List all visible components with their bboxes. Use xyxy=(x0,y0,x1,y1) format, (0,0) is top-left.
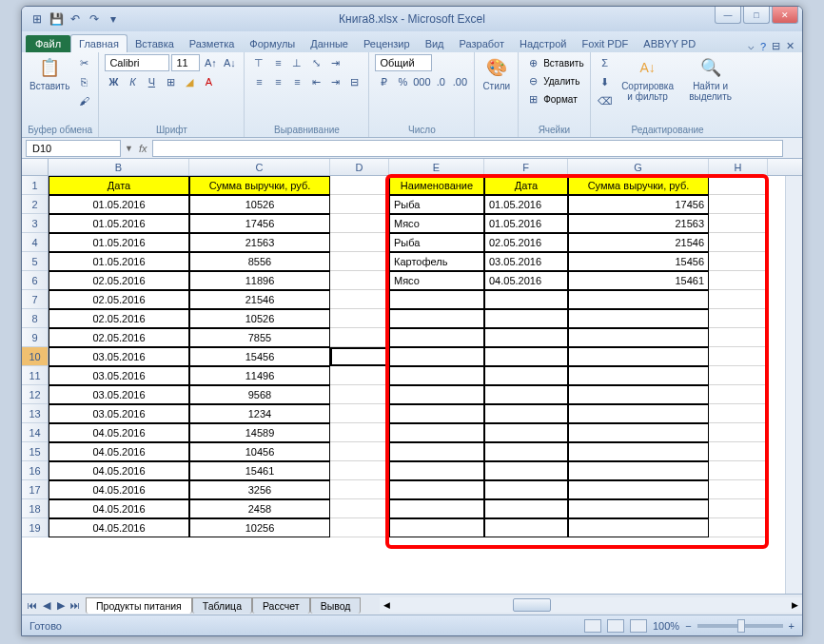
align-center-icon[interactable]: ≡ xyxy=(269,73,286,90)
tab-home[interactable]: Главная xyxy=(70,34,128,52)
sheet-tab-1[interactable]: Продукты питания xyxy=(86,597,192,614)
close-workbook-icon[interactable]: ✕ xyxy=(786,40,795,52)
cell-G9[interactable] xyxy=(568,328,709,347)
cell-G19[interactable] xyxy=(568,518,709,537)
cell-B14[interactable]: 04.05.2016 xyxy=(49,423,189,442)
cell-E18[interactable] xyxy=(389,499,484,518)
styles-button[interactable]: 🎨 Стили xyxy=(481,54,512,93)
cell-E4[interactable]: Рыба xyxy=(389,233,484,252)
scroll-right-icon[interactable]: ▶ xyxy=(788,600,802,610)
cell-B10[interactable]: 03.05.2016 xyxy=(49,347,189,366)
sheet-tab-2[interactable]: Таблица xyxy=(192,597,252,614)
cell-B1[interactable]: Дата xyxy=(49,176,189,195)
col-header-D[interactable]: D xyxy=(330,159,389,175)
align-middle-icon[interactable]: ≡ xyxy=(269,54,286,71)
cell-B19[interactable]: 04.05.2016 xyxy=(49,518,189,537)
scroll-left-icon[interactable]: ◀ xyxy=(380,600,394,610)
cell-B3[interactable]: 01.05.2016 xyxy=(49,214,189,233)
cell-B11[interactable]: 03.05.2016 xyxy=(49,366,189,385)
cell-B2[interactable]: 01.05.2016 xyxy=(49,195,189,214)
cell-G2[interactable]: 17456 xyxy=(568,195,709,214)
cell-C1[interactable]: Сумма выручки, руб. xyxy=(189,176,330,195)
namebox-dropdown-icon[interactable]: ▼ xyxy=(125,144,133,153)
qat-dropdown-icon[interactable]: ▾ xyxy=(106,11,121,27)
prev-sheet-icon[interactable]: ◀ xyxy=(40,598,53,612)
row-header-8[interactable]: 8 xyxy=(22,309,48,328)
cell-D2[interactable] xyxy=(330,195,389,214)
row-header-12[interactable]: 12 xyxy=(22,385,48,404)
cell-F3[interactable]: 01.05.2016 xyxy=(484,214,568,233)
cell-B7[interactable]: 02.05.2016 xyxy=(49,290,189,309)
cell-F14[interactable] xyxy=(484,423,568,442)
close-button[interactable]: ✕ xyxy=(772,7,798,24)
cell-D1[interactable] xyxy=(330,176,389,195)
cell-E8[interactable] xyxy=(389,309,484,328)
row-header-15[interactable]: 15 xyxy=(22,442,48,461)
cell-E12[interactable] xyxy=(389,385,484,404)
increase-font-icon[interactable]: A↑ xyxy=(202,54,219,71)
cell-H10[interactable] xyxy=(709,347,768,366)
last-sheet-icon[interactable]: ⏭ xyxy=(69,598,82,612)
tab-view[interactable]: Вид xyxy=(418,35,452,52)
col-header-B[interactable]: B xyxy=(49,159,189,175)
cell-H11[interactable] xyxy=(709,366,768,385)
col-header-G[interactable]: G xyxy=(568,159,709,175)
cell-E7[interactable] xyxy=(389,290,484,309)
cell-F17[interactable] xyxy=(484,480,568,499)
cell-B4[interactable]: 01.05.2016 xyxy=(49,233,189,252)
cell-E2[interactable]: Рыба xyxy=(389,195,484,214)
redo-icon[interactable]: ↷ xyxy=(87,11,102,27)
zoom-out-icon[interactable]: − xyxy=(685,620,691,632)
col-header-E[interactable]: E xyxy=(389,159,484,175)
cell-D12[interactable] xyxy=(330,385,389,404)
cell-H19[interactable] xyxy=(709,518,768,537)
decrease-decimal-icon[interactable]: .00 xyxy=(451,73,468,90)
cell-H1[interactable] xyxy=(709,176,768,195)
col-header-H[interactable]: H xyxy=(709,159,768,175)
cell-G8[interactable] xyxy=(568,309,709,328)
minimize-ribbon-icon[interactable]: ⌵ xyxy=(748,40,755,52)
cell-D8[interactable] xyxy=(330,309,389,328)
row-header-9[interactable]: 9 xyxy=(22,328,48,347)
cell-C4[interactable]: 21563 xyxy=(189,233,330,252)
cell-C19[interactable]: 10256 xyxy=(189,518,330,537)
cell-F5[interactable]: 03.05.2016 xyxy=(484,252,568,271)
cell-H5[interactable] xyxy=(709,252,768,271)
increase-indent-icon[interactable]: ⇥ xyxy=(326,73,343,90)
cell-G10[interactable] xyxy=(568,347,709,366)
cell-C15[interactable]: 10456 xyxy=(189,442,330,461)
normal-view-icon[interactable] xyxy=(584,619,601,633)
cell-E17[interactable] xyxy=(389,480,484,499)
tab-addins[interactable]: Надстрой xyxy=(512,35,574,52)
cell-D19[interactable] xyxy=(330,518,389,537)
number-format-select[interactable]: Общий xyxy=(375,54,432,71)
cell-G17[interactable] xyxy=(568,480,709,499)
vertical-scrollbar[interactable] xyxy=(785,176,802,594)
decrease-indent-icon[interactable]: ⇤ xyxy=(307,73,324,90)
cell-C16[interactable]: 15461 xyxy=(189,461,330,480)
cell-F9[interactable] xyxy=(484,328,568,347)
next-sheet-icon[interactable]: ▶ xyxy=(54,598,68,612)
undo-icon[interactable]: ↶ xyxy=(68,11,83,27)
cell-F8[interactable] xyxy=(484,309,568,328)
cell-G4[interactable]: 21546 xyxy=(568,233,709,252)
underline-icon[interactable]: Ч xyxy=(143,73,160,90)
tab-review[interactable]: Рецензир xyxy=(356,35,418,52)
zoom-slider[interactable] xyxy=(697,624,783,628)
cell-G18[interactable] xyxy=(568,499,709,518)
row-header-14[interactable]: 14 xyxy=(22,423,48,442)
cell-C3[interactable]: 17456 xyxy=(189,214,330,233)
maximize-button[interactable]: □ xyxy=(743,7,770,24)
tab-abbyy[interactable]: ABBYY PD xyxy=(636,35,703,52)
cell-F4[interactable]: 02.05.2016 xyxy=(484,233,568,252)
align-right-icon[interactable]: ≡ xyxy=(288,73,305,90)
cell-C18[interactable]: 2458 xyxy=(189,499,330,518)
formula-input[interactable] xyxy=(152,140,783,157)
cell-B5[interactable]: 01.05.2016 xyxy=(49,252,189,271)
cell-H17[interactable] xyxy=(709,480,768,499)
cell-H16[interactable] xyxy=(709,461,768,480)
autosum-icon[interactable]: Σ xyxy=(597,54,614,71)
cell-C14[interactable]: 14589 xyxy=(189,423,330,442)
cell-H15[interactable] xyxy=(709,442,768,461)
cell-F12[interactable] xyxy=(484,385,568,404)
